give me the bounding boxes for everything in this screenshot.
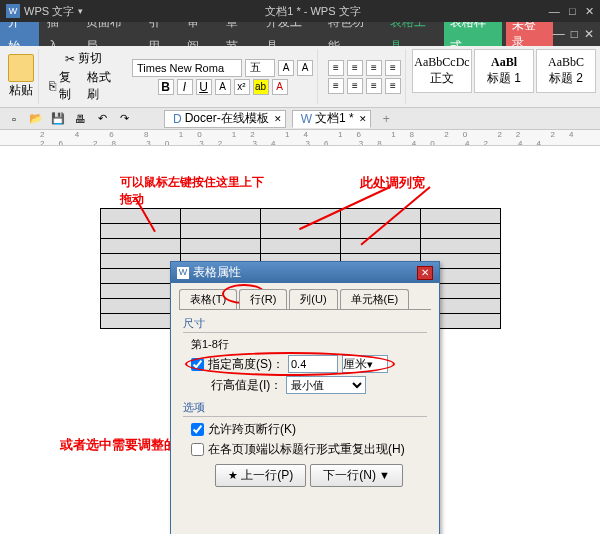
indent-inc-button[interactable]: ≡	[385, 60, 401, 76]
font-select[interactable]: Times New Roma	[132, 59, 242, 77]
styles-gallery[interactable]: AaBbCcDc正文 AaBl标题 1 AaBbC标题 2	[412, 49, 596, 104]
menubar: 开始 插入 页面布局 引用 审阅 章节 开发工具 特色功能 表格工具 表格样式 …	[0, 22, 600, 46]
underline-button[interactable]: U	[196, 79, 212, 95]
repeat-header-label: 在各页顶端以标题行形式重复出现(H)	[208, 441, 405, 458]
menu-section[interactable]: 章节	[218, 22, 257, 46]
min-ribbon-icon[interactable]: —	[553, 27, 565, 41]
menu-ref[interactable]: 引用	[140, 22, 179, 46]
table-properties-dialog: W 表格属性 ✕ 表格(T) 行(R) 列(U) 单元格(E) 尺寸 第1-8行…	[170, 261, 440, 534]
add-tab-button[interactable]: +	[383, 112, 390, 126]
login-button[interactable]: 未登录	[506, 22, 553, 46]
size-select[interactable]: 五	[245, 59, 275, 77]
paste-label: 粘贴	[9, 82, 33, 99]
spec-height-label: 指定高度(S)：	[208, 356, 284, 373]
tab-table[interactable]: 表格(T)	[179, 289, 237, 309]
wps-icon: W	[6, 4, 20, 18]
titlebar: W WPS 文字 ▾ 文档1 * - WPS 文字 — □ ✕	[0, 0, 600, 22]
close-dialog-button[interactable]: ✕	[417, 266, 433, 280]
align-right-button[interactable]: ≡	[366, 78, 382, 94]
fmtpaint-label[interactable]: 格式刷	[87, 69, 118, 103]
height-is-label: 行高值是(I)：	[211, 377, 282, 394]
spec-height-checkbox[interactable]	[191, 358, 204, 371]
menu-dev[interactable]: 开发工具	[258, 22, 320, 46]
document-canvas: 可以鼠标左键按住这里上下拖动 此处调列宽 或者选中需要调整的表格，右键 表格属性…	[0, 146, 600, 534]
dialog-body: 尺寸 第1-8行 指定高度(S)： 厘米▾ 行高值是(I)： 最小值 选项 允许…	[179, 309, 431, 496]
para-group: ≡ ≡ ≡ ≡ ≡ ≡ ≡ ≡	[324, 49, 406, 104]
clipboard-group: ✂剪切 ⎘复制格式刷	[45, 49, 122, 104]
repeat-header-checkbox[interactable]	[191, 443, 204, 456]
indent-dec-button[interactable]: ≡	[366, 60, 382, 76]
tab-col[interactable]: 列(U)	[289, 289, 337, 309]
height-mode-select[interactable]: 最小值	[286, 376, 366, 394]
strike-button[interactable]: A	[215, 79, 231, 95]
menu-layout[interactable]: 页面布局	[78, 22, 140, 46]
ruler[interactable]: 2 4 6 8 10 12 14 16 18 20 22 24 26 28 30…	[0, 130, 600, 146]
save-icon[interactable]: 💾	[50, 111, 66, 127]
unit-select[interactable]: 厘米▾	[342, 355, 388, 373]
minimize-button[interactable]: —	[549, 5, 560, 17]
font-group: Times New Roma 五 A A B I U A x² ab A	[128, 49, 318, 104]
copy-label[interactable]: 复制	[59, 69, 80, 103]
prev-row-button[interactable]: ★ 上一行(P)	[215, 464, 306, 487]
tab-cell[interactable]: 单元格(E)	[340, 289, 410, 309]
tab-docer[interactable]: DDocer-在线模板✕	[164, 110, 286, 128]
menu-review[interactable]: 审阅	[179, 22, 218, 46]
bullets-button[interactable]: ≡	[328, 60, 344, 76]
style-h2[interactable]: AaBbC标题 2	[536, 49, 596, 93]
menu-insert[interactable]: 插入	[39, 22, 78, 46]
menu-table-style[interactable]: 表格样式	[444, 22, 502, 46]
grow-font-button[interactable]: A	[278, 60, 294, 76]
app-name: WPS 文字	[24, 4, 74, 19]
wps-icon: W	[177, 267, 189, 279]
menu-start[interactable]: 开始	[0, 22, 39, 46]
height-input[interactable]	[288, 355, 338, 373]
quick-access: ▫ 📂 💾 🖶 ↶ ↷ DDocer-在线模板✕ W文档1 *✕ +	[0, 108, 600, 130]
annotation-drag: 可以鼠标左键按住这里上下拖动	[120, 174, 264, 208]
style-normal[interactable]: AaBbCcDc正文	[412, 49, 472, 93]
ribbon: 粘贴 ✂剪切 ⎘复制格式刷 Times New Roma 五 A A B I U…	[0, 46, 600, 108]
annotation-colwidth: 此处调列宽	[360, 174, 425, 192]
open-icon[interactable]: 📂	[28, 111, 44, 127]
dialog-title: 表格属性	[193, 264, 241, 281]
allow-break-label: 允许跨页断行(K)	[208, 421, 296, 438]
close-button[interactable]: ✕	[585, 5, 594, 17]
numbering-button[interactable]: ≡	[347, 60, 363, 76]
copy-icon: ⎘	[49, 79, 56, 93]
dialog-tabs: 表格(T) 行(R) 列(U) 单元格(E)	[171, 283, 439, 309]
font-color-button[interactable]: A	[272, 79, 288, 95]
tab-doc1[interactable]: W文档1 *✕	[292, 110, 371, 128]
align-left-button[interactable]: ≡	[328, 78, 344, 94]
paste-icon[interactable]	[8, 54, 34, 82]
highlight-button[interactable]: ab	[253, 79, 269, 95]
dialog-titlebar[interactable]: W 表格属性 ✕	[171, 262, 439, 283]
style-h1[interactable]: AaBl标题 1	[474, 49, 534, 93]
align-justify-button[interactable]: ≡	[385, 78, 401, 94]
close-doc-icon[interactable]: ✕	[584, 27, 594, 41]
close-tab-icon[interactable]: ✕	[359, 114, 367, 124]
undo-icon[interactable]: ↶	[94, 111, 110, 127]
menu-special[interactable]: 特色功能	[320, 22, 382, 46]
paste-group: 粘贴	[4, 49, 39, 104]
new-icon[interactable]: ▫	[6, 111, 22, 127]
close-tab-icon[interactable]: ✕	[274, 114, 282, 124]
size-header: 尺寸	[183, 316, 427, 333]
super-button[interactable]: x²	[234, 79, 250, 95]
italic-button[interactable]: I	[177, 79, 193, 95]
options-header: 选项	[183, 400, 427, 417]
doc-title: 文档1 * - WPS 文字	[83, 4, 543, 19]
scissors-icon: ✂	[65, 52, 75, 66]
shrink-font-button[interactable]: A	[297, 60, 313, 76]
bold-button[interactable]: B	[158, 79, 174, 95]
rows-range-label: 第1-8行	[191, 337, 427, 352]
menu-table-tools[interactable]: 表格工具	[382, 22, 444, 46]
tab-row[interactable]: 行(R)	[239, 289, 287, 309]
cut-label[interactable]: 剪切	[78, 50, 102, 67]
next-row-button[interactable]: 下一行(N) ▼	[310, 464, 403, 487]
redo-icon[interactable]: ↷	[116, 111, 132, 127]
align-center-button[interactable]: ≡	[347, 78, 363, 94]
window-icon[interactable]: □	[571, 27, 578, 41]
allow-break-checkbox[interactable]	[191, 423, 204, 436]
maximize-button[interactable]: □	[569, 5, 576, 17]
print-icon[interactable]: 🖶	[72, 111, 88, 127]
